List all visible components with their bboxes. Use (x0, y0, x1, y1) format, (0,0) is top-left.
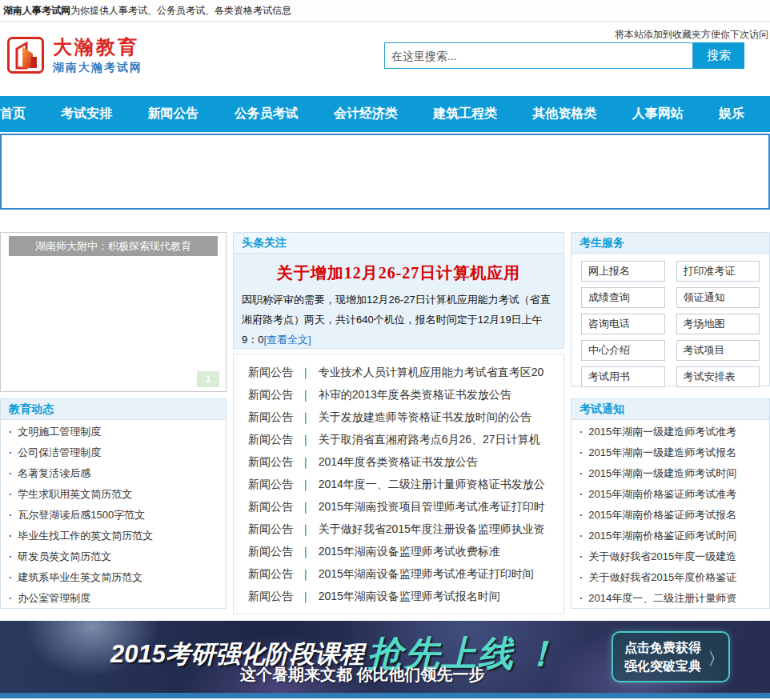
news-row[interactable]: 新闻公告｜2014年度各类资格证书发放公告 (234, 450, 563, 473)
news-row[interactable]: 新闻公告｜2014年度一、二级注册计量师资格证书发放公 (234, 473, 563, 495)
logo[interactable]: 大瀚教育 湖南大瀚考试网 (6, 36, 142, 75)
news-row[interactable]: 新闻公告｜2015年湖南设备监理师考试准考证打印时间 (234, 562, 563, 585)
service-certificate-notice-button[interactable]: 领证通知 (676, 287, 760, 308)
news-row[interactable]: 新闻公告｜2015年湖南设备监理师考试报名时间 (234, 585, 563, 607)
nav-item-accounting[interactable]: 会计经济类 (334, 106, 398, 122)
add-favorite-link[interactable]: 将本站添加到收藏夹方便你下次访问 (615, 28, 768, 42)
search-input[interactable] (384, 42, 693, 69)
list-item[interactable]: ·2015年湖南价格鉴证师考试准考 (571, 484, 769, 505)
news-category[interactable]: 新闻公告 (248, 567, 293, 580)
bullet-icon: · (580, 509, 583, 521)
list-item-label: 文明施工管理制度 (18, 426, 101, 438)
news-category[interactable]: 新闻公告 (248, 410, 293, 423)
news-category[interactable]: 新闻公告 (248, 590, 293, 602)
news-row[interactable]: 新闻公告｜2015年湖南设备监理师考试收费标准 (234, 540, 563, 562)
nav-item-civil-servant[interactable]: 公务员考试 (235, 106, 299, 122)
news-category[interactable]: 新闻公告 (248, 388, 293, 401)
service-print-ticket-button[interactable]: 打印准考证 (676, 261, 760, 282)
list-item[interactable]: ·办公室管理制度 (1, 588, 226, 609)
news-row[interactable]: 新闻公告｜关于做好我省2015年度注册设备监理师执业资 (234, 518, 563, 540)
bullet-icon: · (580, 467, 583, 479)
list-item[interactable]: ·2015年湖南价格鉴证师考试时间 (571, 526, 769, 546)
nav-item-entertainment[interactable]: 娱乐 (719, 106, 744, 122)
bullet-icon: · (580, 426, 583, 438)
list-item[interactable]: ·毕业生找工作的英文简历范文 (1, 526, 226, 546)
separator: ｜ (300, 410, 311, 423)
service-exam-schedule-button[interactable]: 考试安排表 (676, 366, 760, 387)
nav-item-construction[interactable]: 建筑工程类 (433, 106, 497, 122)
list-item[interactable]: ·关于做好我省2015年度一级建造 (571, 546, 769, 567)
slideshow-caption[interactable]: 湖南师大附中：积极探索现代教育 (9, 236, 218, 256)
separator: ｜ (300, 433, 311, 446)
promo-banner[interactable]: 2015考研强化阶段课程抢先上线！ 这个暑期来文都 你比他们领先一步 点击免费获… (0, 621, 770, 693)
bullet-icon: · (9, 571, 12, 583)
top-info-bar: 湖南人事考试网为你提供人事考试、公务员考试、各类资格考试信息 (0, 0, 770, 22)
list-item[interactable]: ·文明施工管理制度 (1, 422, 226, 442)
bullet-icon: · (9, 530, 12, 542)
slideshow[interactable]: 湖南师大附中：积极探索现代教育 1 (0, 232, 227, 392)
banner-cta-button[interactable]: 点击免费获得 强化突破宝典 〉 (612, 631, 730, 682)
news-category[interactable]: 新闻公告 (248, 545, 293, 558)
list-item[interactable]: ·2015年湖南价格鉴证师考试报名 (571, 505, 769, 526)
list-item[interactable]: ·2015年湖南一级建造师考试时间 (571, 463, 769, 484)
list-item[interactable]: ·2015年湖南一级建造师考试报名 (571, 442, 769, 463)
service-exam-books-button[interactable]: 考试用书 (581, 366, 665, 387)
read-more-link[interactable]: [查看全文] (263, 334, 311, 346)
list-item[interactable]: ·学生求职用英文简历范文 (1, 484, 226, 505)
notices-list: ·2015年湖南一级建造师考试准考 ·2015年湖南一级建造师考试报名 ·201… (571, 420, 769, 609)
service-exam-projects-button[interactable]: 考试项目 (676, 340, 760, 361)
news-title: 关于发放建造师等资格证书发放时间的公告 (319, 410, 531, 423)
list-item[interactable]: ·研发员英文简历范文 (1, 546, 226, 567)
news-row[interactable]: 新闻公告｜关于发放建造师等资格证书发放时间的公告 (234, 406, 563, 428)
list-item[interactable]: ·瓦尔登湖读后感1500字范文 (1, 505, 226, 526)
bullet-icon: · (9, 550, 12, 562)
nav-item-exam-schedule[interactable]: 考试安排 (61, 106, 112, 122)
news-row[interactable]: 新闻公告｜关于取消省直湘府路考点6月26、27日计算机 (234, 428, 563, 450)
list-item[interactable]: ·公司保洁管理制度 (1, 442, 226, 463)
news-row[interactable]: 新闻公告｜2015年湖南投资项目管理师考试准考证打印时 (234, 495, 563, 518)
list-item[interactable]: ·名著复活读后感 (1, 463, 226, 484)
news-category[interactable]: 新闻公告 (248, 522, 293, 535)
left-column: 湖南师大附中：积极探索现代教育 1 教育动态 ·文明施工管理制度 ·公司保洁管理… (0, 232, 227, 614)
service-score-query-button[interactable]: 成绩查询 (581, 287, 665, 308)
list-item-label: 研发员英文简历范文 (18, 550, 111, 562)
service-online-signup-button[interactable]: 网上报名 (581, 261, 665, 282)
service-venue-map-button[interactable]: 考场地图 (676, 314, 760, 334)
list-item-label: 2015年湖南一级建造师考试时间 (588, 467, 736, 479)
list-item[interactable]: ·2015年湖南一级建造师考试准考 (571, 422, 769, 442)
list-item-label: 2015年湖南价格鉴证师考试时间 (588, 530, 736, 542)
nav-item-other-qualifications[interactable]: 其他资格类 (533, 106, 597, 122)
service-center-intro-button[interactable]: 中心介绍 (581, 340, 665, 361)
headline-title[interactable]: 关于增加12月26-27日计算机应用 (239, 262, 559, 284)
services-panel: 考生服务 网上报名 打印准考证 成绩查询 领证通知 咨询电话 考场地图 中心介绍… (571, 232, 770, 386)
news-category[interactable]: 新闻公告 (248, 455, 293, 468)
right-column: 考生服务 网上报名 打印准考证 成绩查询 领证通知 咨询电话 考场地图 中心介绍… (571, 232, 770, 614)
notices-panel: 考试通知 ·2015年湖南一级建造师考试准考 ·2015年湖南一级建造师考试报名… (571, 398, 770, 609)
news-category[interactable]: 新闻公告 (248, 500, 293, 513)
logo-icon (6, 36, 45, 74)
separator: ｜ (300, 522, 311, 535)
news-category[interactable]: 新闻公告 (248, 433, 293, 446)
service-phone-button[interactable]: 咨询电话 (581, 314, 665, 334)
bullet-icon: · (580, 446, 583, 458)
footer-strip (0, 693, 770, 698)
list-item-label: 瓦尔登湖读后感1500字范文 (18, 509, 145, 521)
list-item-label: 关于做好我省2015年度一级建造 (588, 550, 736, 562)
bullet-icon: · (9, 467, 12, 479)
news-row[interactable]: 新闻公告｜专业技术人员计算机应用能力考试省直考区20 (234, 361, 563, 383)
list-item[interactable]: ·2014年度一、二级注册计量师资 (571, 588, 769, 609)
bullet-icon: · (9, 426, 12, 438)
nav-item-home[interactable]: 首页 (0, 106, 26, 122)
separator: ｜ (300, 455, 311, 468)
list-item[interactable]: ·建筑系毕业生英文简历范文 (1, 567, 226, 588)
slideshow-page-indicator[interactable]: 1 (197, 371, 219, 387)
list-item-label: 2015年湖南一级建造师考试准考 (588, 426, 736, 438)
list-item-label: 关于做好我省2015年度价格鉴证 (588, 571, 736, 583)
news-category[interactable]: 新闻公告 (248, 366, 293, 378)
news-row[interactable]: 新闻公告｜补审的2013年度各类资格证书发放公告 (234, 383, 563, 406)
list-item[interactable]: ·关于做好我省2015年度价格鉴证 (571, 567, 769, 588)
nav-item-hr-site[interactable]: 人事网站 (632, 106, 684, 122)
search-button[interactable]: 搜索 (693, 42, 744, 69)
news-category[interactable]: 新闻公告 (248, 478, 293, 490)
nav-item-news[interactable]: 新闻公告 (148, 106, 199, 122)
